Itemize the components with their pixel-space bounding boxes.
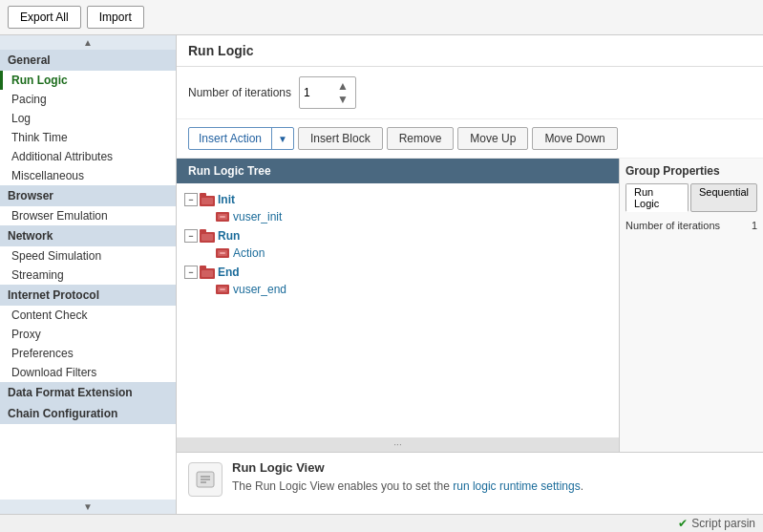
remove-button[interactable]: Remove — [387, 127, 455, 150]
group-props-tab-sequential[interactable]: Sequential — [690, 183, 757, 212]
sidebar-item-run-logic[interactable]: Run Logic — [0, 71, 176, 90]
sidebar-item-pacing[interactable]: Pacing — [0, 90, 176, 109]
sidebar-section-browser: Browser Browser Emulation — [0, 185, 176, 225]
svg-rect-2 — [201, 198, 213, 204]
sidebar-header-general: General — [0, 50, 176, 71]
sidebar-section-data-format: Data Format Extension — [0, 382, 176, 403]
status-text: Script parsin — [691, 517, 755, 530]
iterations-label: Number of iterations — [188, 86, 291, 99]
tree-row-init[interactable]: − Init — [180, 191, 615, 208]
svg-rect-11 — [220, 252, 225, 254]
insert-action-dropdown-icon[interactable]: ▼ — [272, 130, 293, 148]
tree-row-end[interactable]: − End — [180, 264, 615, 281]
sidebar: ▲ General Run Logic Pacing Log Think Tim… — [0, 35, 177, 514]
sidebar-item-speed-simulation[interactable]: Speed Simulation — [0, 246, 176, 266]
insert-action-button[interactable]: Insert Action ▼ — [188, 127, 294, 150]
sidebar-item-download-filters[interactable]: Download Filters — [0, 363, 176, 382]
tree-action-icon-vuser-end — [215, 283, 230, 296]
tree-folder-icon-end — [200, 266, 215, 279]
svg-rect-8 — [201, 234, 213, 241]
main-layout: ▲ General Run Logic Pacing Log Think Tim… — [0, 35, 763, 514]
logic-tree-panel: Run Logic Tree − — [177, 159, 620, 452]
sidebar-section-general: General Run Logic Pacing Log Think Time … — [0, 50, 176, 185]
tree-label-vuser-end: vuser_end — [233, 283, 286, 296]
export-all-button[interactable]: Export All — [8, 6, 81, 29]
content-body: Number of iterations ▲ ▼ Insert Action ▼… — [177, 67, 763, 514]
logic-tree-body: − Init — [177, 183, 619, 437]
group-properties-tabs: Run Logic Sequential — [625, 183, 757, 212]
action-buttons-row: Insert Action ▼ Insert Block Remove Move… — [177, 119, 763, 159]
bottom-text-area: Run Logic View The Run Logic View enable… — [232, 460, 752, 495]
tree-group-init: − Init — [180, 191, 615, 225]
sidebar-header-browser: Browser — [0, 185, 176, 206]
sidebar-header-chain-configuration: Chain Configuration — [0, 403, 176, 424]
sidebar-item-streaming[interactable]: Streaming — [0, 266, 176, 285]
tree-child-vuser-init[interactable]: vuser_init — [180, 208, 615, 225]
tree-child-action[interactable]: Action — [180, 245, 615, 262]
sidebar-item-log[interactable]: Log — [0, 109, 176, 128]
svg-rect-5 — [220, 216, 225, 218]
insert-block-button[interactable]: Insert Block — [298, 127, 383, 150]
move-down-button[interactable]: Move Down — [532, 127, 617, 150]
top-toolbar: Export All Import — [0, 0, 763, 35]
logic-tree-header: Run Logic Tree — [177, 159, 619, 183]
content-title: Run Logic — [177, 35, 763, 67]
iterations-spinner[interactable]: ▲ ▼ — [337, 79, 349, 106]
tree-folder-icon-run — [200, 229, 215, 243]
group-props-iterations-value: 1 — [752, 220, 757, 231]
bottom-panel: Run Logic View The Run Logic View enable… — [177, 452, 763, 514]
svg-rect-1 — [200, 193, 206, 197]
sidebar-section-internet-protocol: Internet Protocol Content Check Proxy Pr… — [0, 285, 176, 382]
sidebar-item-miscellaneous[interactable]: Miscellaneous — [0, 166, 176, 185]
sidebar-section-network: Network Speed Simulation Streaming — [0, 225, 176, 285]
import-button[interactable]: Import — [87, 6, 144, 29]
insert-action-label: Insert Action — [189, 128, 272, 149]
sidebar-scroll-down[interactable]: ▼ — [0, 500, 176, 514]
bottom-panel-description: The Run Logic View enables you to set th… — [232, 479, 752, 495]
tree-action-icon-action — [215, 246, 230, 260]
tree-expand-end[interactable]: − — [184, 266, 198, 279]
sidebar-header-data-format: Data Format Extension — [0, 382, 176, 403]
tree-label-action: Action — [233, 246, 265, 260]
tree-label-init: Init — [218, 193, 235, 206]
tree-folder-icon-init — [200, 193, 215, 206]
tree-action-icon-vuser-init — [215, 210, 230, 223]
split-content: Run Logic Tree − — [177, 159, 763, 452]
svg-rect-7 — [200, 229, 206, 233]
tree-label-run: Run — [218, 229, 240, 243]
move-up-button[interactable]: Move Up — [457, 127, 528, 150]
tree-scroll-handle[interactable]: ··· — [177, 437, 619, 452]
group-props-iterations-label: Number of iterations — [625, 220, 720, 231]
sidebar-item-proxy[interactable]: Proxy — [0, 325, 176, 344]
tree-expand-run[interactable]: − — [184, 229, 198, 243]
bottom-panel-title: Run Logic View — [232, 460, 752, 475]
sidebar-section-chain-configuration: Chain Configuration — [0, 403, 176, 424]
sidebar-scroll-up[interactable]: ▲ — [0, 35, 176, 50]
tree-row-run[interactable]: − Run — [180, 227, 615, 245]
status-bar: ✔ Script parsin — [0, 514, 763, 532]
tree-expand-init[interactable]: − — [184, 193, 198, 206]
group-props-tab-run-logic[interactable]: Run Logic — [625, 183, 689, 212]
sidebar-item-browser-emulation[interactable]: Browser Emulation — [0, 206, 176, 225]
status-icon: ✔ — [678, 517, 688, 530]
tree-group-end: − End — [180, 264, 615, 298]
group-properties-title: Group Properties — [625, 164, 757, 178]
tree-child-vuser-end[interactable]: vuser_end — [180, 281, 615, 298]
sidebar-item-think-time[interactable]: Think Time — [0, 128, 176, 147]
sidebar-item-additional-attributes[interactable]: Additional Attributes — [0, 147, 176, 166]
iterations-input[interactable] — [304, 86, 337, 99]
bottom-panel-highlight: run logic runtime settings — [453, 479, 580, 493]
svg-rect-17 — [220, 288, 225, 290]
group-props-iterations-row: Number of iterations 1 — [625, 220, 757, 231]
bottom-icon — [188, 462, 223, 497]
sidebar-header-internet-protocol: Internet Protocol — [0, 285, 176, 306]
tree-group-run: − Run — [180, 227, 615, 262]
group-properties-panel: Group Properties Run Logic Sequential Nu… — [620, 159, 763, 452]
sidebar-item-content-check[interactable]: Content Check — [0, 306, 176, 325]
tree-label-vuser-init: vuser_init — [233, 210, 282, 223]
iterations-input-wrapper: ▲ ▼ — [299, 76, 356, 109]
svg-rect-14 — [201, 270, 213, 277]
content-area: Run Logic Number of iterations ▲ ▼ Inser… — [177, 35, 763, 514]
sidebar-item-preferences[interactable]: Preferences — [0, 344, 176, 363]
tree-label-end: End — [218, 266, 240, 279]
